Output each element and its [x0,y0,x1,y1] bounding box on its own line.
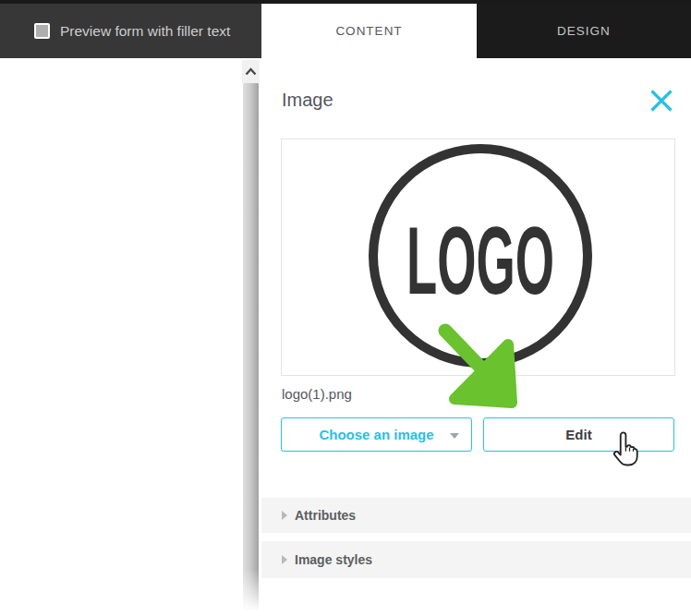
preview-bar: Preview form with filler text [0,4,261,58]
preview-checkbox-label: Preview form with filler text [60,23,230,40]
form-builder-screen: Preview form with filler text CONTENT DE… [0,0,691,616]
tab-design[interactable]: DESIGN [477,4,691,58]
left-canvas [0,58,242,616]
section-attributes[interactable]: Attributes [261,498,691,533]
scrollbar[interactable] [242,58,260,616]
preview-checkbox[interactable] [34,23,50,39]
edit-button[interactable]: Edit [483,417,674,452]
image-settings-panel: Image LOGO logo(1).png Choose an image E… [261,58,691,616]
section-image-styles[interactable]: Image styles [261,541,691,578]
scroll-up-button[interactable] [242,60,260,83]
choose-image-label: Choose an image [319,427,433,442]
filename-label: logo(1).png [282,386,352,402]
section-image-styles-label: Image styles [295,552,372,567]
chevron-up-icon [245,67,257,76]
caret-right-icon [282,555,287,564]
logo-image: LOGO [282,139,674,379]
close-icon [649,88,674,114]
image-preview-box: LOGO [281,139,675,376]
close-button[interactable] [648,87,675,115]
edit-label: Edit [565,427,591,442]
scrollbar-thumb[interactable] [243,83,259,611]
section-attributes-label: Attributes [295,508,356,523]
page-title: Image [282,90,333,111]
caret-right-icon [282,511,287,520]
tab-content[interactable]: CONTENT [261,4,477,58]
choose-image-button[interactable]: Choose an image [281,417,472,452]
svg-text:LOGO: LOGO [406,207,554,314]
caret-down-icon [450,433,459,439]
